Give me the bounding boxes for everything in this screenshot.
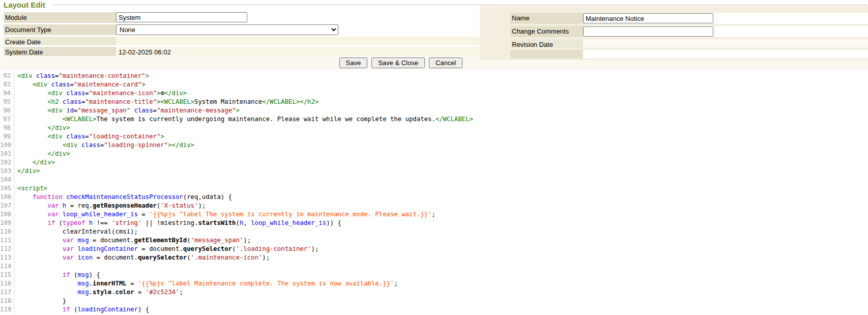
code-line-content: <div class="loading-container">: [17, 132, 164, 141]
code-line-content: </div>: [17, 150, 70, 158]
form-right: NameChange CommentsRevision Date: [480, 6, 868, 60]
code-line[interactable]: 102 </div>: [0, 158, 868, 167]
code-line[interactable]: 105<script>: [0, 184, 868, 193]
code-line[interactable]: 97 <WCLABEL>The system is currently unde…: [0, 115, 868, 124]
line-number: 118: [0, 297, 14, 305]
line-number: 109: [0, 219, 14, 227]
line-number: 114: [0, 262, 14, 271]
line-number: 97: [0, 115, 14, 124]
code-editor[interactable]: 92<div class="maintenance-container">93 …: [0, 69, 868, 315]
code-line-content: function checkMaintenanceStatusProcessor…: [17, 193, 232, 202]
field-row-module: Module: [4, 12, 480, 23]
field-value-revision-date: [583, 39, 868, 48]
line-number: 96: [0, 106, 14, 115]
field-row-spacer: [510, 50, 868, 59]
field-value-spacer: [583, 50, 868, 59]
code-line-content: var loop_while_header_is = '{{%pjs ^labe…: [17, 210, 436, 219]
cancel-button[interactable]: Cancel: [429, 58, 462, 68]
field-row-change-comments: Change Comments: [510, 26, 868, 37]
field-row-system-date: System Date12-02-2025 06:02: [4, 47, 480, 56]
change-comments-input[interactable]: [583, 26, 713, 37]
field-label-document-type: Document Type: [4, 24, 116, 35]
code-line[interactable]: 111 var msg = document.getElementById('m…: [0, 236, 868, 245]
form-left: ModuleDocument TypeNoneCreate DateSystem…: [4, 12, 480, 58]
save-button[interactable]: Save: [339, 58, 368, 68]
line-number: 95: [0, 98, 14, 106]
code-line[interactable]: 115 if (msg) {: [0, 271, 868, 279]
code-line-content: <h2 class="maintenance-title"><WCLABEL>S…: [17, 98, 319, 106]
document-type-select[interactable]: None: [116, 24, 338, 35]
code-line[interactable]: 101 </div>: [0, 150, 868, 158]
code-line-content: <div class="maintenance-card">: [17, 80, 146, 89]
code-line-content: var h = req.getResponseHeader('X-status'…: [17, 202, 206, 210]
legend-divider: [53, 5, 867, 5]
code-line[interactable]: 100 <div class="loading-spinner"></div>: [0, 141, 868, 150]
code-line-content: <script>: [17, 184, 47, 193]
code-line-content: </div>: [17, 124, 70, 132]
code-line[interactable]: 114: [0, 262, 868, 271]
line-number: 99: [0, 132, 14, 141]
line-number: 104: [0, 176, 14, 184]
code-line-content: clearInterval(cmsi);: [17, 227, 138, 236]
code-line-content: if (loadingContainer) {: [17, 305, 149, 314]
code-line[interactable]: 104: [0, 176, 868, 184]
page-title: Layout Edit: [4, 1, 45, 9]
line-number: 101: [0, 150, 14, 158]
name-input[interactable]: [583, 13, 713, 23]
line-number: 112: [0, 245, 14, 253]
module-input[interactable]: [116, 12, 247, 22]
code-line[interactable]: 109 if (typeof h !== 'string' || !miestr…: [0, 219, 868, 227]
field-label-revision-date: Revision Date: [510, 39, 583, 48]
code-line[interactable]: 108 var loop_while_header_is = '{{%pjs ^…: [0, 210, 868, 219]
line-number: 115: [0, 271, 14, 279]
code-line[interactable]: 106 function checkMaintenanceStatusProce…: [0, 193, 868, 202]
line-number: 119: [0, 305, 14, 314]
code-line[interactable]: 95 <h2 class="maintenance-title"><WCLABE…: [0, 98, 868, 106]
code-line[interactable]: 110 clearInterval(cmsi);: [0, 227, 868, 236]
code-line[interactable]: 103</div>: [0, 167, 868, 176]
field-label-change-comments: Change Comments: [510, 26, 583, 37]
line-number: 100: [0, 141, 14, 150]
code-line-content: <WCLABEL>The system is currently undergo…: [17, 115, 473, 124]
code-line[interactable]: 99 <div class="loading-container">: [0, 132, 868, 141]
code-line[interactable]: 116 msg.innerHTML = '{{%pjs ^label Maint…: [0, 279, 868, 288]
code-line-content: }: [17, 297, 66, 305]
field-label-spacer: [510, 50, 583, 59]
field-label-name: Name: [510, 13, 583, 24]
line-number: 116: [0, 279, 14, 288]
field-value-module: [116, 12, 480, 23]
code-line-content: <div class="maintenance-icon">⚙</div>: [17, 89, 187, 98]
code-line[interactable]: 92<div class="maintenance-container">: [0, 72, 868, 80]
code-line[interactable]: 119 if (loadingContainer) {: [0, 305, 868, 314]
code-line-content: var icon = document.querySelector('.main…: [17, 253, 270, 262]
code-line[interactable]: 107 var h = req.getResponseHeader('X-sta…: [0, 202, 868, 210]
code-line-content: var msg = document.getElementById('messa…: [17, 236, 251, 245]
line-number: 107: [0, 202, 14, 210]
code-line[interactable]: 98 </div>: [0, 124, 868, 132]
code-line-content: msg.innerHTML = '{{%pjs ^label Maintenan…: [17, 279, 398, 288]
line-number: 98: [0, 124, 14, 132]
code-line[interactable]: 112 var loadingContainer = document.quer…: [0, 245, 868, 253]
line-number: 110: [0, 227, 14, 236]
code-line[interactable]: 117 msg.style.color = '#2c5234';: [0, 288, 868, 297]
field-row-revision-date: Revision Date: [510, 39, 868, 48]
field-label-module: Module: [4, 12, 116, 23]
save-and-close-button[interactable]: Save & Close: [371, 58, 425, 68]
field-value-system-date: 12-02-2025 06:02: [116, 47, 480, 56]
field-row-create-date: Create Date: [4, 37, 480, 45]
code-line-content: <div id="message_span" class="maintenanc…: [17, 106, 240, 115]
code-line[interactable]: 113 var icon = document.querySelector('.…: [0, 253, 868, 262]
field-label-system-date: System Date: [4, 47, 116, 56]
field-row-name: Name: [510, 13, 868, 24]
code-line[interactable]: 94 <div class="maintenance-icon">⚙</div>: [0, 89, 868, 98]
line-number: 117: [0, 288, 14, 297]
code-line[interactable]: 96 <div id="message_span" class="mainten…: [0, 106, 868, 115]
code-line[interactable]: 93 <div class="maintenance-card">: [0, 80, 868, 89]
code-line-content: msg.style.color = '#2c5234';: [17, 288, 183, 297]
line-number: 94: [0, 89, 14, 98]
field-value-name: [583, 13, 868, 24]
field-row-document-type: Document TypeNone: [4, 24, 480, 35]
code-line-content: </div>: [17, 167, 40, 176]
line-number: 92: [0, 72, 14, 80]
code-line[interactable]: 118 }: [0, 297, 868, 305]
